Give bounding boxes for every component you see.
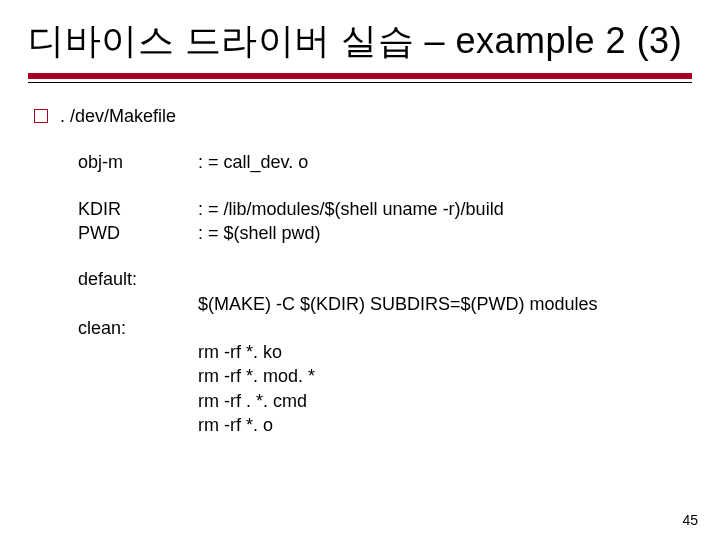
rule-thin-line bbox=[28, 82, 692, 83]
makefile-row-clean: clean: bbox=[78, 316, 692, 340]
makefile-block: obj-m : = call_dev. o KDIR : = /lib/modu… bbox=[78, 150, 692, 437]
makefile-paths-group: KDIR : = /lib/modules/$(shell uname -r)/… bbox=[78, 197, 692, 246]
makefile-row-default: default: bbox=[78, 267, 692, 291]
slide-title: 디바이스 드라이버 실습 – example 2 (3) bbox=[28, 18, 692, 63]
bullet-text: . /dev/Makefile bbox=[60, 105, 176, 128]
makefile-cmd: rm -rf *. ko bbox=[198, 340, 692, 364]
makefile-cmd: $(MAKE) -C $(KDIR) SUBDIRS=$(PWD) module… bbox=[198, 292, 692, 316]
title-rule bbox=[28, 73, 692, 83]
slide: 디바이스 드라이버 실습 – example 2 (3) . /dev/Make… bbox=[0, 0, 720, 540]
makefile-target-default: default: bbox=[78, 267, 198, 291]
makefile-cmd: rm -rf *. mod. * bbox=[198, 364, 692, 388]
makefile-rhs: : = $(shell pwd) bbox=[198, 221, 321, 245]
makefile-target-clean: clean: bbox=[78, 316, 198, 340]
page-number: 45 bbox=[682, 512, 698, 528]
bullet-row: . /dev/Makefile bbox=[34, 105, 692, 128]
makefile-targets-group: default: $(MAKE) -C $(KDIR) SUBDIRS=$(PW… bbox=[78, 267, 692, 437]
title-block: 디바이스 드라이버 실습 – example 2 (3) bbox=[28, 18, 692, 83]
makefile-clean-cmds: rm -rf *. ko rm -rf *. mod. * rm -rf . *… bbox=[198, 340, 692, 437]
makefile-lhs: obj-m bbox=[78, 150, 198, 174]
makefile-lhs: KDIR bbox=[78, 197, 198, 221]
makefile-cmd: rm -rf . *. cmd bbox=[198, 389, 692, 413]
makefile-default-cmds: $(MAKE) -C $(KDIR) SUBDIRS=$(PWD) module… bbox=[198, 292, 692, 316]
rule-red-bar bbox=[28, 73, 692, 79]
makefile-lhs: PWD bbox=[78, 221, 198, 245]
makefile-rhs: : = call_dev. o bbox=[198, 150, 308, 174]
makefile-row-pwd: PWD : = $(shell pwd) bbox=[78, 221, 692, 245]
slide-body: . /dev/Makefile obj-m : = call_dev. o KD… bbox=[28, 105, 692, 437]
makefile-row-objm: obj-m : = call_dev. o bbox=[78, 150, 692, 174]
makefile-rhs: : = /lib/modules/$(shell uname -r)/build bbox=[198, 197, 504, 221]
bullet-square-icon bbox=[34, 109, 48, 123]
makefile-cmd: rm -rf *. o bbox=[198, 413, 692, 437]
makefile-row-kdir: KDIR : = /lib/modules/$(shell uname -r)/… bbox=[78, 197, 692, 221]
makefile-objm-group: obj-m : = call_dev. o bbox=[78, 150, 692, 174]
